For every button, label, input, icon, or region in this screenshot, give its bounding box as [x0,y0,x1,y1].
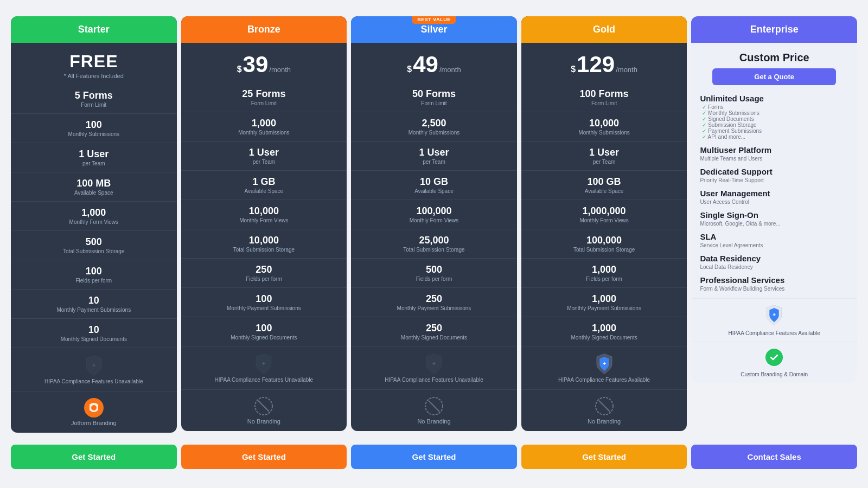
cta-row: Get StartedGet StartedGet StartedGet Sta… [11,445,857,469]
hipaa-section-enterprise: + HIPAA Compliance Features Available [691,298,857,342]
price-dollar: $ [571,65,576,74]
feature-item: 50 Forms Form Limit [351,83,517,112]
feature-value: 10,000 [186,235,343,246]
branding-section-bronze: No Branding [181,389,347,431]
feature-label: Fields per form [15,278,173,284]
svg-text:+: + [432,361,436,367]
get-quote-button[interactable]: Get a Quote [712,68,836,85]
enterprise-feature-title: Unlimited Usage [700,94,848,103]
feature-item: 10,000 Total Submission Storage [181,229,347,258]
feature-value: 1,000 [526,323,683,334]
feature-label: Monthly Submissions [526,130,683,136]
cta-button-bronze[interactable]: Get Started [181,445,347,469]
branding-text: No Branding [186,418,343,425]
feature-label: Monthly Submissions [186,130,343,136]
feature-label: Available Space [15,190,173,196]
branding-text: No Branding [355,418,513,425]
branding-icon [595,396,614,416]
feature-item: 25,000 Total Submission Storage [351,229,517,258]
feature-label: Available Space [526,188,683,194]
feature-label: Available Space [186,188,343,194]
cta-button-silver[interactable]: Get Started [351,445,517,469]
feature-value: 1 User [186,147,343,158]
svg-text:+: + [262,361,265,367]
price-period: /month [616,66,637,74]
feature-label: Form Limit [15,102,173,108]
branding-section-gold: No Branding [521,389,687,431]
feature-value: 500 [15,236,173,248]
branding-text: Jotform Branding [15,420,173,426]
feature-label: Total Submission Storage [15,248,173,254]
feature-label: Monthly Payment Submissions [186,305,343,311]
feature-label: Fields per form [526,276,683,282]
plan-header-gold: Gold [521,16,687,43]
feature-value: 1 User [526,147,683,158]
pricing-container: Starter FREE * All Features Included 5 F… [11,11,857,438]
price-free-label: FREE [16,52,171,72]
feature-label: Monthly Signed Documents [355,335,513,341]
feature-item: 100 MB Available Space [11,172,177,201]
branding-section-starter: Jotform Branding [11,391,177,433]
feature-item: 100 Monthly Signed Documents [181,317,347,346]
svg-text:+: + [603,361,606,367]
feature-value: 100 [186,323,343,334]
enterprise-feature-title: User Management [700,189,848,198]
hipaa-icon: + [253,353,275,375]
feature-item: 100,000 Monthly Form Views [351,200,517,229]
plan-card-bronze: Bronze $ 39 /month 25 Forms Form Limit 1… [181,16,347,431]
feature-value: 10,000 [186,206,343,217]
cta-button-gold[interactable]: Get Started [521,445,687,469]
price-period: /month [439,66,461,74]
features-list-bronze: 25 Forms Form Limit 1,000 Monthly Submis… [181,83,347,431]
feature-value: 10 GB [355,176,513,188]
feature-value: 2,500 [355,118,513,129]
svg-text:+: + [92,362,95,368]
feature-label: Monthly Submissions [355,130,513,136]
branding-section-enterprise: Custom Branding & Domain [691,342,857,383]
enterprise-check-item: Payment Submissions [700,128,848,134]
feature-value: 25,000 [355,235,513,246]
price-number: 49 [413,52,438,78]
feature-label: Monthly Form Views [355,217,513,223]
plan-price-bronze: $ 39 /month [181,43,347,83]
plan-header-enterprise: Enterprise [691,16,857,43]
feature-item: 250 Monthly Signed Documents [351,317,517,346]
hipaa-icon-enterprise: + [695,304,853,328]
feature-label: Monthly Signed Documents [186,335,343,341]
hipaa-section-gold: + HIPAA Compliance Features Available [521,346,687,389]
enterprise-price-label: Custom Price [697,52,852,64]
feature-item: 250 Fields per form [181,258,347,287]
enterprise-feature-sub: Multiple Teams and Users [700,156,848,162]
feature-item: 10 Monthly Payment Submissions [11,289,177,318]
feature-value: 1,000 [526,264,683,275]
cta-button-starter[interactable]: Get Started [11,445,177,469]
feature-value: 500 [355,264,513,275]
price-number: 129 [577,52,615,78]
feature-value: 100 [15,119,173,131]
plan-price-starter: FREE * All Features Included [11,43,177,85]
cta-button-enterprise[interactable]: Contact Sales [691,445,857,469]
enterprise-feature-sub: Microsoft, Google, Okta & more... [700,221,848,227]
feature-item: 1,000 Monthly Submissions [181,112,347,141]
best-value-badge: BEST VALUE [412,16,456,24]
feature-value: 100 GB [526,176,683,188]
enterprise-feature-title: Dedicated Support [700,167,848,176]
enterprise-check-item: API and more... [700,134,848,140]
hipaa-section-starter: + HIPAA Compliance Features Unavailable [11,348,177,391]
feature-item: 10,000 Monthly Submissions [521,112,687,141]
price-amount: $ 39 /month [187,52,342,78]
branding-icon [84,398,104,418]
feature-item: 100 Monthly Payment Submissions [181,287,347,317]
hipaa-text-enterprise: HIPAA Compliance Features Available [695,330,853,336]
feature-label: Total Submission Storage [526,247,683,253]
enterprise-check-item: Signed Documents [700,116,848,122]
feature-value: 50 Forms [355,88,513,100]
enterprise-feature-sub: Service Level Agreements [700,242,848,248]
feature-value: 100 [186,293,343,305]
enterprise-price: Custom Price Get a Quote [691,43,857,88]
feature-label: Total Submission Storage [355,247,513,253]
branding-section-silver: No Branding [351,389,517,431]
hipaa-icon: + [423,353,445,375]
feature-label: Form Limit [526,100,683,106]
feature-item: 10 Monthly Signed Documents [11,318,177,348]
